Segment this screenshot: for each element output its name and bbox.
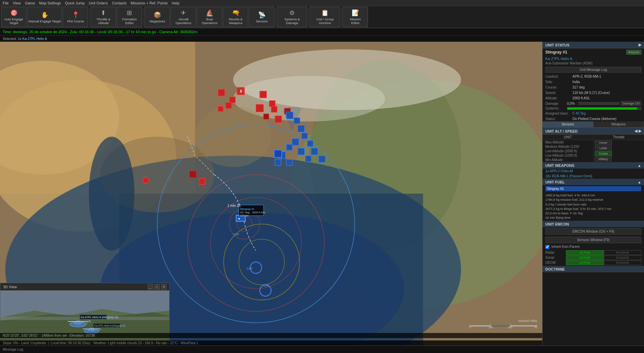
sensors-tab[interactable]: Sensors (543, 121, 593, 127)
assigned-base-row: Assigned base: F 45 Teg (543, 111, 644, 116)
status-text: Time: domingo, 20 de octubre de 2024 - Z… (3, 30, 197, 34)
throttle-altitude-button[interactable]: ⬆ Throttle &Altitude (91, 7, 116, 27)
cruise-button[interactable]: Cruise (595, 151, 612, 156)
fuel-title: UNIT FUEL (545, 180, 565, 184)
menu-file[interactable]: File (3, 1, 9, 5)
unit-status-collapse[interactable]: ▶ (639, 43, 641, 47)
menu-help[interactable]: Help (172, 1, 179, 5)
toolbar-sep-4 (308, 8, 309, 26)
speed-label: Speed: (545, 91, 572, 95)
plot-course-button[interactable]: 📍 Plot Course (63, 7, 88, 27)
message-log-label: Message Log (3, 348, 23, 351)
svg-rect-41 (292, 139, 299, 145)
course-label: Course: (545, 85, 572, 89)
doctrine-section: DOCTRINE (543, 266, 644, 272)
oecm-passive[interactable]: PASSIVE (604, 260, 642, 265)
menu-contacts[interactable]: Contacts (112, 1, 126, 5)
emcon-grid: Radar ACTIVE PASSIVE Sonar ACTIVE PASSIV… (543, 250, 644, 266)
mission-editor-icon: 📝 (352, 9, 359, 17)
unit-message-log-button[interactable]: Unit Message Log (545, 67, 641, 73)
cruise-row[interactable]: Cruise (593, 151, 644, 156)
menu-missions[interactable]: Missions + Ref. Points (131, 1, 168, 5)
magazines-button[interactable]: 📦 Magazines (144, 7, 170, 27)
sensor-weapon-tabs: Sensors Weapons (543, 121, 644, 128)
assigned-base-value[interactable]: F 45 Teg (572, 112, 586, 115)
menu-map-settings[interactable]: Map Settings (39, 1, 61, 5)
menu-game[interactable]: Game (25, 1, 35, 5)
emcon-header: UNIT EMCON (543, 221, 644, 227)
svg-point-15 (188, 175, 324, 311)
formation-editor-button[interactable]: ⊞ FormationEditor (117, 7, 142, 27)
loadout-row: Loadout: APR-2, RGB-NM-1 (543, 74, 644, 79)
oecm-active[interactable]: ACTIVE (566, 260, 604, 265)
military-row[interactable]: Military (593, 156, 644, 162)
emcon-window-button[interactable]: EMCON Window (Ctrl + F9) (545, 228, 641, 235)
unit-type-link[interactable]: Ka-27PL Helix A (543, 56, 644, 61)
loiter-row[interactable]: Loiter (593, 145, 644, 151)
radar-passive[interactable]: PASSIVE (604, 250, 642, 255)
aircraft-ops-button[interactable]: ✈ AircraftOperations (171, 7, 196, 27)
mounts-weapons-button[interactable]: 🔫 Mounts &Weapons (223, 7, 248, 27)
toolbar: 🎯 Auto EngageTarget ✋ Manual Engage Targ… (0, 6, 644, 28)
menu-quick-jump[interactable]: Quick Jump (65, 1, 85, 5)
sonar-active[interactable]: ACTIVE (566, 255, 604, 260)
view-3d-maximize[interactable]: □ (154, 284, 160, 290)
loiter-button[interactable]: Loiter (595, 146, 612, 151)
unit-col-header: UNIT (543, 135, 593, 140)
svg-rect-29 (256, 104, 264, 112)
boat-ops-button[interactable]: ⛵ BoatOperations (197, 7, 222, 27)
low-alt-1000-label: Low Altitude (1000 ft) (544, 154, 592, 157)
throttle-col-header: Throttle (593, 135, 644, 140)
menu-unit-orders[interactable]: Unit Orders (89, 1, 108, 5)
systems-damage-button[interactable]: ⚙ Systems &Damage (277, 7, 307, 27)
damage-ctrl-button[interactable]: Damage Ctrl (621, 101, 641, 106)
magazines-icon: 📦 (154, 11, 161, 19)
radar-active[interactable]: ACTIVE (566, 250, 604, 255)
military-button[interactable]: Military (595, 157, 612, 161)
view-3d-header: 3D View _ □ ✕ (0, 283, 169, 291)
map-area[interactable]: 8 (0, 42, 542, 346)
formation-label: FormationEditor (122, 17, 137, 25)
sensors-window-button[interactable]: Sensors Window (F9) (545, 237, 641, 243)
view-3d-minimize[interactable]: _ (148, 284, 153, 290)
weapons-collapse[interactable]: ▲ (638, 163, 641, 168)
menu-view[interactable]: View (13, 1, 21, 5)
fuel-collapse[interactable]: ▲ (638, 180, 641, 184)
doctrine-title: DOCTRINE (545, 267, 565, 271)
alt-speed-right[interactable]: ▶ (639, 129, 641, 133)
unit-doctrine-button[interactable]: 📋 Unit / GroupDoctrine (310, 7, 340, 27)
side-row: Side: India (543, 79, 644, 84)
fuel-line1: 1992,8 kg total fuel, 4 hr. 440,5 nm (545, 193, 641, 197)
weather-text2: Weather: Light middle clouds 10 - 16k ft… (93, 341, 198, 345)
min-alt-row: Min Altitude (543, 158, 593, 162)
svg-rect-35 (190, 171, 196, 178)
hover-button[interactable]: Hover (595, 140, 612, 145)
systems-damage-icon: ⚙ (289, 9, 295, 17)
view-3d-close[interactable]: ✕ (161, 284, 167, 290)
emcon-section: UNIT EMCON EMCON Window (Ctrl + F9) Sens… (543, 221, 644, 266)
weapons-section: UNIT WEAPONS ▲ 1x APR-2 Orlan-M 18x RGB-… (543, 162, 644, 179)
sensors-button[interactable]: 📡 Sensors (249, 7, 274, 27)
boat-ops-label: BoatOperations (202, 17, 217, 25)
damage-row: Damage: 0,0% Damage Ctrl (543, 101, 644, 106)
auto-engage-button[interactable]: 🎯 Auto EngageTarget (1, 7, 26, 27)
hover-row[interactable]: Hover (593, 140, 644, 145)
sonar-passive[interactable]: PASSIVE (604, 255, 642, 260)
weapon-1[interactable]: 1x APR-2 Orlan-M (543, 169, 644, 174)
svg-rect-49 (275, 159, 281, 165)
mission-editor-button[interactable]: 📝 MissionEditor (343, 7, 368, 27)
svg-rect-46 (305, 156, 311, 162)
manual-engage-button[interactable]: ✋ Manual Engage Target (27, 7, 62, 27)
selected-unit: 1x Ka-27PL Helix A (18, 37, 47, 41)
weapons-tab[interactable]: Weapons (593, 121, 644, 127)
toolbar-sep-2 (143, 8, 143, 26)
weapon-2[interactable]: 18x RGB-NM-1 [Passive Omni] (543, 174, 644, 179)
inherit-checkbox[interactable] (545, 245, 549, 249)
throttle-icon: ⬆ (101, 9, 106, 17)
alt-speed-left[interactable]: ◀ (635, 129, 637, 133)
svg-text:★: ★ (238, 217, 240, 220)
svg-rect-28 (269, 101, 275, 107)
inherit-row: Inherit from Parent (543, 244, 644, 250)
selected-bar: Selected: 1x Ka-27PL Helix A (0, 36, 644, 42)
formation-icon: ⊞ (127, 9, 132, 17)
